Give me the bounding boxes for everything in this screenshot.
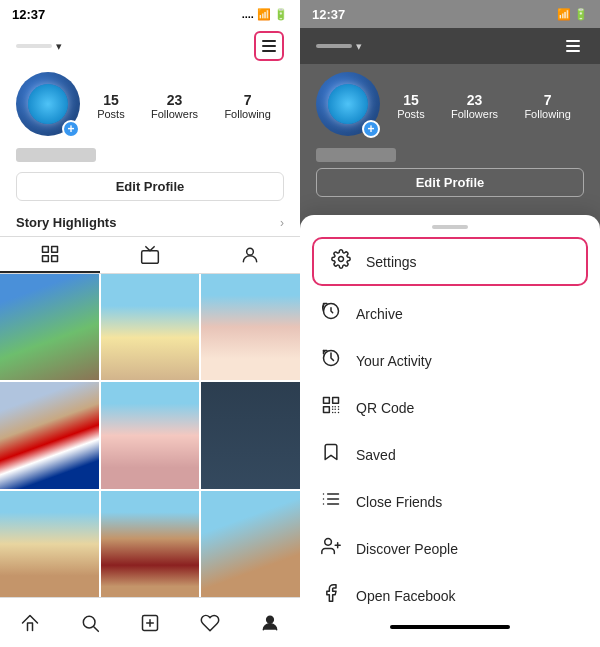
svg-point-18 bbox=[339, 257, 344, 262]
grid-icon bbox=[40, 244, 60, 264]
archive-label: Archive bbox=[356, 306, 403, 322]
close-friends-icon bbox=[321, 489, 341, 509]
saved-label: Saved bbox=[356, 447, 396, 463]
posts-count-right: 15 bbox=[403, 92, 419, 108]
menu-button[interactable] bbox=[254, 31, 284, 61]
photo-cell[interactable] bbox=[101, 491, 200, 597]
hamburger-icon bbox=[262, 40, 276, 52]
followers-stat-right: 23 Followers bbox=[451, 92, 498, 120]
photo-cell[interactable] bbox=[201, 382, 300, 488]
grid-tab[interactable] bbox=[0, 237, 100, 273]
posts-stat: 15 Posts bbox=[97, 92, 125, 120]
tv-icon bbox=[140, 245, 160, 265]
svg-rect-0 bbox=[43, 247, 49, 253]
tagged-tab[interactable] bbox=[200, 237, 300, 273]
status-icons-left: .... 📶 🔋 bbox=[242, 8, 288, 21]
menu-item-discover[interactable]: Discover People bbox=[300, 525, 600, 572]
add-story-right: + bbox=[362, 120, 380, 138]
qr-icon bbox=[320, 395, 342, 420]
svg-rect-22 bbox=[333, 398, 339, 404]
svg-rect-3 bbox=[52, 256, 58, 262]
avatar-image-right bbox=[328, 84, 368, 124]
edit-profile-button[interactable]: Edit Profile bbox=[16, 172, 284, 201]
close-friends-label: Close Friends bbox=[356, 494, 442, 510]
igtv-tab[interactable] bbox=[100, 237, 200, 273]
home-indicator-right bbox=[390, 625, 510, 629]
time-left: 12:37 bbox=[12, 7, 45, 22]
chevron-down-icon: ▾ bbox=[56, 40, 62, 53]
followers-label-right: Followers bbox=[451, 108, 498, 120]
menu-item-settings[interactable]: Settings bbox=[312, 237, 588, 286]
story-highlights-label: Story Highlights bbox=[16, 215, 116, 230]
home-icon bbox=[20, 613, 40, 633]
username-row[interactable]: ▾ bbox=[16, 40, 62, 53]
search-nav-item[interactable] bbox=[72, 605, 108, 641]
profile-name-placeholder bbox=[16, 148, 96, 162]
story-highlights[interactable]: Story Highlights › bbox=[0, 209, 300, 236]
photo-cell[interactable] bbox=[0, 491, 99, 597]
photo-cell[interactable] bbox=[201, 274, 300, 380]
chevron-icon-right: ▾ bbox=[356, 40, 362, 53]
photo-cell[interactable] bbox=[101, 274, 200, 380]
svg-rect-1 bbox=[52, 247, 58, 253]
person-tag-icon bbox=[240, 245, 260, 265]
menu-item-saved[interactable]: Saved bbox=[300, 431, 600, 478]
followers-count-right: 23 bbox=[467, 92, 483, 108]
activity-nav-item[interactable] bbox=[192, 605, 228, 641]
profile-name-right bbox=[316, 148, 396, 162]
svg-point-5 bbox=[247, 248, 254, 255]
dropdown-menu: Settings Archive bbox=[300, 215, 600, 647]
followers-count: 23 bbox=[167, 92, 183, 108]
stats-row: 15 Posts 23 Followers 7 Following bbox=[84, 92, 284, 120]
plus-square-icon bbox=[140, 613, 160, 633]
bookmark-svg-icon bbox=[321, 442, 341, 462]
list-icon bbox=[320, 489, 342, 514]
menu-item-qr[interactable]: QR Code bbox=[300, 384, 600, 431]
photo-cell[interactable] bbox=[101, 382, 200, 488]
posts-count: 15 bbox=[103, 92, 119, 108]
svg-rect-21 bbox=[324, 398, 330, 404]
facebook-label: Open Facebook bbox=[356, 588, 456, 604]
qr-label: QR Code bbox=[356, 400, 414, 416]
heart-icon bbox=[200, 613, 220, 633]
followers-label: Followers bbox=[151, 108, 198, 120]
following-label: Following bbox=[224, 108, 270, 120]
left-panel: 12:37 .... 📶 🔋 ▾ + 15 Posts bbox=[0, 0, 300, 647]
tab-bar bbox=[0, 236, 300, 274]
avatar: + bbox=[16, 72, 84, 140]
profile-header-left: ▾ bbox=[0, 28, 300, 64]
qr-code-icon bbox=[321, 395, 341, 415]
profile-stats: + 15 Posts 23 Followers 7 Following bbox=[0, 64, 300, 148]
facebook-icon bbox=[320, 583, 342, 608]
photo-cell[interactable] bbox=[201, 491, 300, 597]
photo-cell[interactable] bbox=[0, 382, 99, 488]
menu-item-facebook[interactable]: Open Facebook bbox=[300, 572, 600, 619]
posts-stat-right: 15 Posts bbox=[397, 92, 425, 120]
photo-cell[interactable] bbox=[0, 274, 99, 380]
avatar-right: + bbox=[316, 72, 384, 140]
person-add-icon bbox=[321, 536, 341, 556]
username-display bbox=[16, 44, 52, 48]
facebook-svg-icon bbox=[321, 583, 341, 603]
menu-item-activity[interactable]: Your Activity bbox=[300, 337, 600, 384]
avatar-image bbox=[28, 84, 68, 124]
home-nav-item[interactable] bbox=[12, 605, 48, 641]
svg-rect-2 bbox=[43, 256, 49, 262]
gear-icon bbox=[331, 249, 351, 269]
menu-item-archive[interactable]: Archive bbox=[300, 290, 600, 337]
add-post-nav-item[interactable] bbox=[132, 605, 168, 641]
add-to-story-button[interactable]: + bbox=[62, 120, 80, 138]
profile-nav-item[interactable] bbox=[252, 605, 288, 641]
svg-line-7 bbox=[94, 626, 99, 631]
profile-header-right: ▾ bbox=[300, 28, 600, 64]
menu-item-close-friends[interactable]: Close Friends bbox=[300, 478, 600, 525]
posts-label: Posts bbox=[97, 108, 125, 120]
discover-label: Discover People bbox=[356, 541, 458, 557]
username-display-right bbox=[316, 44, 352, 48]
profile-icon bbox=[260, 613, 280, 633]
activity-label: Your Activity bbox=[356, 353, 432, 369]
status-icons-right: 📶 🔋 bbox=[557, 8, 588, 21]
followers-stat: 23 Followers bbox=[151, 92, 198, 120]
svg-point-39 bbox=[325, 539, 332, 546]
bookmark-icon bbox=[320, 442, 342, 467]
